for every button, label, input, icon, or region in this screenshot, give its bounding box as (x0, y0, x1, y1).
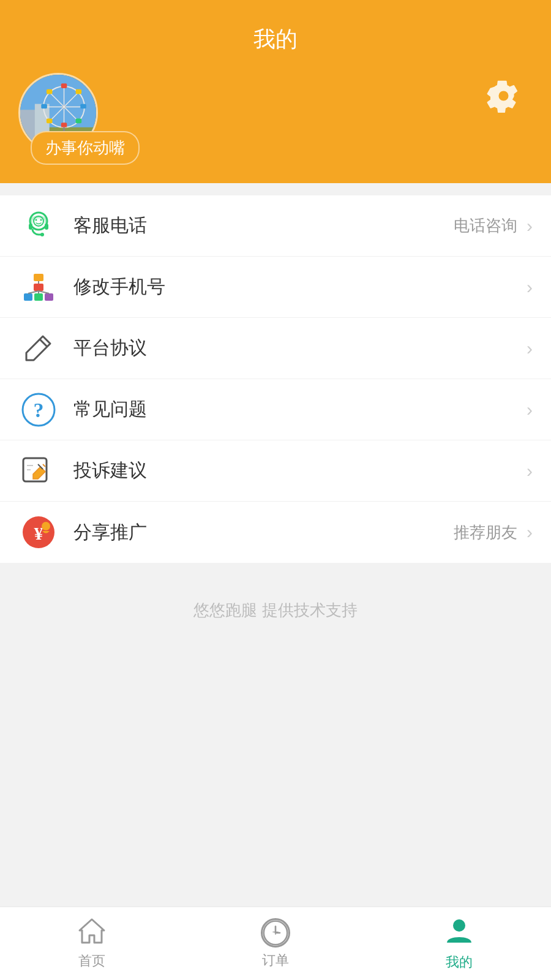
profile-header: 我的 (0, 0, 551, 183)
svg-rect-15 (76, 89, 82, 94)
change-phone-chevron: › (527, 277, 533, 298)
nav-order-label: 订单 (262, 951, 289, 970)
nav-item-mine[interactable]: 我的 (367, 907, 551, 980)
menu-item-platform-agreement[interactable]: 平台协议 › (0, 318, 551, 379)
svg-line-33 (28, 291, 39, 293)
menu-item-customer-service[interactable]: 客服电话 电话咨询 › (0, 195, 551, 257)
order-icon: + (261, 918, 290, 948)
menu-item-complaint[interactable]: 投诉建议 › (0, 440, 551, 502)
svg-rect-16 (47, 119, 53, 124)
share-icon: ¥ (18, 513, 58, 552)
nickname-badge: 办事你动嘴 (31, 131, 140, 165)
platform-agreement-chevron: › (527, 338, 533, 359)
svg-point-25 (35, 219, 37, 221)
edit-icon (18, 328, 58, 368)
menu-item-change-phone[interactable]: 修改手机号 › (0, 257, 551, 318)
support-text: 悠悠跑腿 提供技术支持 (0, 563, 551, 646)
svg-rect-30 (34, 293, 43, 301)
empty-area (0, 646, 551, 952)
share-chevron: › (527, 522, 533, 543)
svg-point-53 (453, 919, 465, 932)
svg-text:?: ? (33, 399, 43, 421)
svg-rect-21 (29, 224, 32, 230)
menu-list: 客服电话 电话咨询 › 修 (0, 195, 551, 563)
faq-label: 常见问题 (73, 397, 517, 422)
mine-icon (444, 916, 474, 949)
platform-agreement-label: 平台协议 (73, 336, 517, 361)
faq-chevron: › (527, 399, 533, 420)
svg-rect-10 (61, 83, 67, 88)
nav-home-label: 首页 (78, 952, 105, 970)
complaint-icon (18, 451, 58, 491)
svg-rect-12 (41, 104, 47, 109)
svg-rect-14 (47, 89, 53, 94)
svg-rect-11 (61, 123, 67, 127)
page-title: 我的 (18, 24, 533, 55)
customer-service-label: 客服电话 (73, 213, 454, 238)
section-gap-1 (0, 183, 551, 195)
bottom-nav: 首页 + 订单 我的 (0, 907, 551, 980)
svg-rect-27 (34, 274, 43, 281)
svg-rect-28 (34, 284, 43, 291)
phone-icon (18, 267, 58, 307)
svg-point-26 (40, 219, 42, 221)
gear-icon (487, 79, 520, 113)
complaint-chevron: › (527, 461, 533, 481)
nav-mine-label: 我的 (446, 953, 473, 971)
menu-item-share[interactable]: ¥ 分享推广 推荐朋友 › (0, 502, 551, 563)
home-icon (77, 917, 107, 948)
question-icon: ? (18, 390, 58, 429)
change-phone-label: 修改手机号 (73, 274, 517, 300)
settings-button[interactable] (487, 79, 520, 115)
svg-text:+: + (272, 925, 279, 938)
menu-item-faq[interactable]: ? 常见问题 › (0, 379, 551, 440)
svg-rect-29 (24, 293, 32, 301)
nav-item-order[interactable]: + 订单 (184, 907, 367, 980)
customer-icon (18, 206, 58, 246)
svg-rect-22 (45, 224, 48, 230)
svg-point-23 (40, 233, 44, 236)
svg-rect-13 (80, 104, 86, 109)
share-sub: 推荐朋友 (454, 522, 517, 543)
customer-service-chevron: › (527, 216, 533, 236)
complaint-label: 投诉建议 (73, 458, 517, 483)
svg-rect-17 (76, 119, 82, 124)
svg-rect-31 (45, 293, 53, 301)
svg-point-48 (42, 522, 50, 530)
svg-line-35 (39, 291, 49, 293)
share-label: 分享推广 (73, 520, 454, 545)
nav-item-home[interactable]: 首页 (0, 907, 184, 980)
customer-service-sub: 电话咨询 (454, 215, 517, 236)
svg-line-43 (43, 464, 45, 467)
svg-point-20 (30, 213, 47, 230)
